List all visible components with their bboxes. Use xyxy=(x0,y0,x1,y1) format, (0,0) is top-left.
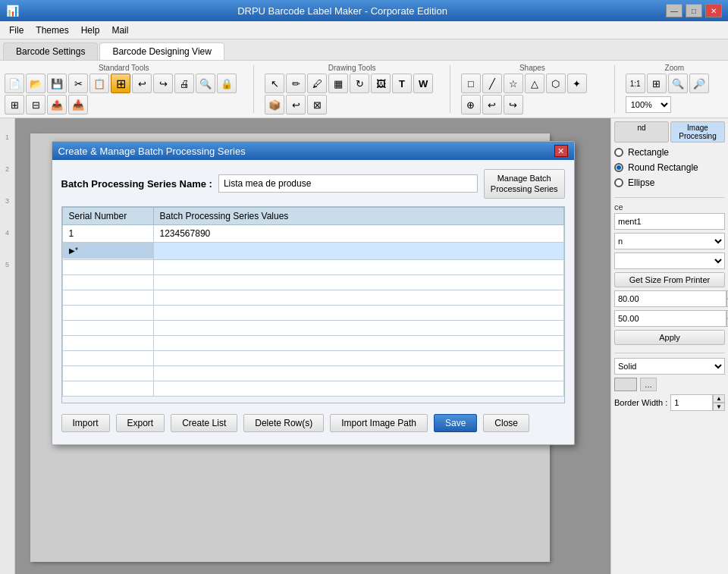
zoom-label: Zoom xyxy=(665,64,685,72)
radio-round-rectangle[interactable] xyxy=(614,163,623,172)
zoom-out-btn[interactable]: 🔎 xyxy=(689,74,709,93)
modal-footer: Import Export Create List Delete Row(s) … xyxy=(61,411,565,435)
get-size-printer-button[interactable]: Get Size From Printer xyxy=(614,272,725,287)
zoom-group: Zoom 1:1 ⊞ 🔍 🔎 50% 75% 100% 150% 200% xyxy=(626,64,723,114)
sep2 xyxy=(450,65,450,113)
undo-btn[interactable]: ↩ xyxy=(132,74,152,93)
copy-btn[interactable]: 📋 xyxy=(89,74,109,93)
batch-btn[interactable]: ⊞ xyxy=(111,74,130,93)
grid-btn[interactable]: ⊟ xyxy=(26,95,46,114)
menu-file[interactable]: File xyxy=(3,24,30,37)
tab-barcode-designing[interactable]: Barcode Designing View xyxy=(99,42,224,60)
series-name-input[interactable] xyxy=(218,174,478,193)
border-width-decrement-btn[interactable]: ▼ xyxy=(713,403,725,411)
shape-option-round-rectangle[interactable]: Round Rectangle xyxy=(614,162,725,173)
shape-option-ellipse[interactable]: Ellipse xyxy=(614,177,725,188)
zoom-in-btn2[interactable]: 🔍 xyxy=(196,74,215,93)
create-list-button[interactable]: Create List xyxy=(171,414,237,432)
cross-shape-btn[interactable]: ✦ xyxy=(567,74,587,93)
open-btn[interactable]: 📂 xyxy=(26,74,46,93)
menu-themes[interactable]: Themes xyxy=(30,24,74,37)
ruler-mark-2: 2 xyxy=(5,165,9,173)
radio-rectangle[interactable] xyxy=(614,148,623,157)
hex-shape-btn[interactable]: ⬡ xyxy=(546,74,566,93)
menu-mail[interactable]: Mail xyxy=(105,24,134,37)
import-image-path-button[interactable]: Import Image Path xyxy=(330,414,428,432)
redo-btn[interactable]: ↪ xyxy=(153,74,173,93)
rotate-btn[interactable]: ↻ xyxy=(350,74,369,93)
shapes-group: Shapes □ ╱ ☆ △ ⬡ ✦ ⊕ ↩ ↪ xyxy=(461,64,604,114)
ruler-mark-1: 1 xyxy=(5,133,9,141)
new-btn[interactable]: 📄 xyxy=(5,74,24,93)
rect-shape-btn[interactable]: □ xyxy=(461,74,481,93)
dropdown-1[interactable]: n xyxy=(614,233,725,249)
rpanel-tab-nd[interactable]: nd xyxy=(614,121,669,143)
label-round-rectangle: Round Rectangle xyxy=(628,162,698,173)
tri-shape-btn[interactable]: △ xyxy=(525,74,544,93)
cell-value-edit[interactable] xyxy=(153,242,563,259)
link-btn[interactable]: ↩ xyxy=(286,95,306,114)
radio-ellipse[interactable] xyxy=(614,178,623,187)
apply-button[interactable]: Apply xyxy=(614,330,725,345)
zoom-select[interactable]: 50% 75% 100% 150% 200% xyxy=(626,96,671,113)
table-row: 1 1234567890 xyxy=(62,224,563,242)
menu-help[interactable]: Help xyxy=(75,24,106,37)
pen-btn[interactable]: ✏ xyxy=(286,74,306,93)
zoom-1to1-btn[interactable]: 1:1 xyxy=(626,74,645,93)
border-width-spinner-buttons: ▲ ▼ xyxy=(713,394,725,411)
canvas-area: Create & Manage Batch Processing Series … xyxy=(15,118,610,574)
window-controls: — □ ✕ xyxy=(666,4,722,17)
color-swatch[interactable] xyxy=(614,378,637,391)
dropdown-2[interactable] xyxy=(614,252,725,269)
height-input[interactable] xyxy=(614,310,726,327)
brush-btn[interactable]: 🖊 xyxy=(307,74,327,93)
cut-btn[interactable]: ✂ xyxy=(68,74,88,93)
border-width-input[interactable] xyxy=(670,394,713,411)
delete-rows-button[interactable]: Delete Row(s) xyxy=(243,414,324,432)
import-btn[interactable]: 📥 xyxy=(68,95,88,114)
zoom-in-btn[interactable]: 🔍 xyxy=(668,74,688,93)
element-name-input[interactable] xyxy=(614,213,725,230)
lock-btn[interactable]: 🔒 xyxy=(217,74,237,93)
redo-shape-btn[interactable]: ↪ xyxy=(504,95,523,114)
border-width-increment-btn[interactable]: ▲ xyxy=(713,394,725,403)
save-btn[interactable]: 💾 xyxy=(47,74,67,93)
manage-series-button[interactable]: Manage BatchProcessing Series xyxy=(484,169,565,199)
export-btn[interactable]: 📤 xyxy=(47,95,67,114)
unlink-btn[interactable]: ⊠ xyxy=(307,95,327,114)
align-btn[interactable]: ⊞ xyxy=(5,95,24,114)
maximize-button[interactable]: □ xyxy=(686,4,702,17)
close-button[interactable]: Close xyxy=(483,414,529,432)
wordart-btn[interactable]: W xyxy=(413,74,433,93)
line-shape-btn[interactable]: ╱ xyxy=(482,74,502,93)
style-select[interactable]: Solid xyxy=(614,358,725,375)
inline-edit-input[interactable] xyxy=(160,246,557,256)
close-button[interactable]: ✕ xyxy=(705,4,722,17)
tab-barcode-settings[interactable]: Barcode Settings xyxy=(3,42,98,60)
star-shape-btn[interactable]: ☆ xyxy=(504,74,523,93)
circ-shape-btn[interactable]: ⊕ xyxy=(461,95,481,114)
image-btn[interactable]: 🖼 xyxy=(371,74,391,93)
import-button[interactable]: Import xyxy=(61,414,110,432)
table-row-empty-7 xyxy=(62,350,563,365)
width-spinner-row: ▲ ▼ xyxy=(614,290,725,307)
save-button[interactable]: Save xyxy=(434,414,477,432)
shape-option-rectangle[interactable]: Rectangle xyxy=(614,147,725,158)
modal-close-button[interactable]: ✕ xyxy=(554,145,568,157)
undo-shape-btn[interactable]: ↩ xyxy=(482,95,502,114)
color-picker-btn[interactable]: … xyxy=(640,378,657,391)
export-button[interactable]: Export xyxy=(116,414,165,432)
width-input[interactable] xyxy=(614,290,726,307)
data-table: Serial Number Batch Processing Series Va… xyxy=(62,207,564,397)
rpanel-tab-image-processing[interactable]: Image Processing xyxy=(670,121,725,143)
zoom-fit-btn[interactable]: ⊞ xyxy=(647,74,667,93)
standard-tools-group: Standard Tools 📄 📂 💾 ✂ 📋 ⊞ ↩ ↪ 🖨 🔍 🔒 ⊞ ⊟… xyxy=(5,64,243,114)
barcode-btn[interactable]: ▦ xyxy=(328,74,348,93)
text-btn[interactable]: T xyxy=(392,74,412,93)
print-btn[interactable]: 🖨 xyxy=(174,74,194,93)
select-btn[interactable]: ↖ xyxy=(265,74,284,93)
package-btn[interactable]: 📦 xyxy=(265,95,284,114)
height-spinner-row: ▲ ▼ xyxy=(614,310,725,327)
minimize-button[interactable]: — xyxy=(666,4,682,17)
row-indicator: ▶* xyxy=(69,246,78,255)
